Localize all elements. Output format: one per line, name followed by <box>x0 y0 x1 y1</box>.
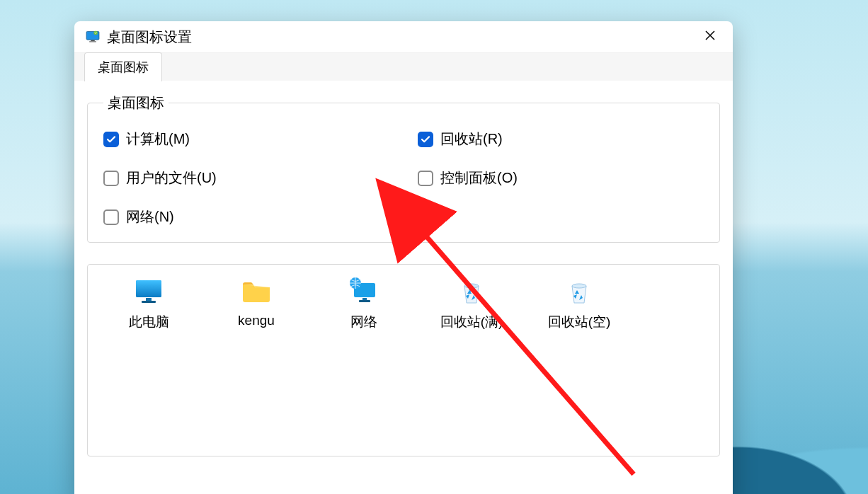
tab-strip: 桌面图标 <box>74 52 733 81</box>
group-legend: 桌面图标 <box>103 93 169 113</box>
close-icon <box>705 30 715 43</box>
checkbox-label: 回收站(R) <box>440 130 503 149</box>
folder-icon <box>239 275 273 309</box>
desktop-icons-group: 桌面图标 计算机(M) 回收站(R) <box>87 93 720 243</box>
dialog-title: 桌面图标设置 <box>107 28 192 47</box>
preview-label: kengu <box>238 313 275 328</box>
svg-rect-11 <box>359 300 370 302</box>
preview-item-this-pc[interactable]: 此电脑 <box>95 275 202 446</box>
preview-label: 回收站(空) <box>548 313 611 331</box>
checkbox-label: 用户的文件(U) <box>126 168 217 188</box>
close-button[interactable] <box>695 25 726 48</box>
checkbox-user-files[interactable]: 用户的文件(U) <box>103 168 389 188</box>
display-settings-icon <box>84 28 101 45</box>
checkbox-icon <box>418 132 433 147</box>
recycle-bin-full-icon <box>455 275 489 309</box>
svg-rect-8 <box>142 301 156 303</box>
desktop-icon-settings-dialog: 桌面图标设置 桌面图标 桌面图标 计算机(M) <box>74 21 733 494</box>
svg-point-14 <box>572 284 586 288</box>
titlebar: 桌面图标设置 <box>74 21 733 52</box>
icon-preview-panel: 此电脑 kengu <box>87 264 720 456</box>
svg-rect-7 <box>146 298 152 301</box>
svg-rect-3 <box>89 41 96 42</box>
preview-item-network[interactable]: 网络 <box>310 275 418 446</box>
preview-label: 回收站(满) <box>440 313 503 331</box>
this-pc-icon <box>132 275 166 309</box>
desktop-background: 桌面图标设置 桌面图标 桌面图标 计算机(M) <box>0 0 868 494</box>
preview-item-recycle-empty[interactable]: 回收站(空) <box>525 275 633 446</box>
preview-item-recycle-full[interactable]: 回收站(满) <box>418 275 525 446</box>
checkbox-network[interactable]: 网络(N) <box>103 207 389 226</box>
preview-label: 网络 <box>350 313 377 331</box>
preview-label: 此电脑 <box>129 313 169 331</box>
tab-body: 桌面图标 计算机(M) 回收站(R) <box>74 81 733 494</box>
checkbox-icon <box>103 171 119 186</box>
recycle-bin-empty-icon <box>562 275 596 309</box>
checkbox-label: 控制面板(O) <box>440 168 518 188</box>
network-icon <box>347 275 381 309</box>
svg-rect-6 <box>136 280 161 297</box>
preview-item-user-folder[interactable]: kengu <box>202 275 310 446</box>
checkbox-icon <box>103 132 119 147</box>
checkbox-label: 网络(N) <box>126 207 174 226</box>
svg-rect-10 <box>362 298 367 300</box>
checkbox-recycle-bin[interactable]: 回收站(R) <box>418 130 704 149</box>
checkbox-control-panel[interactable]: 控制面板(O) <box>418 168 704 188</box>
checkbox-icon <box>418 171 433 186</box>
checkbox-label: 计算机(M) <box>126 130 190 149</box>
tab-desktop-icons[interactable]: 桌面图标 <box>84 52 162 81</box>
checkbox-computer[interactable]: 计算机(M) <box>103 130 389 149</box>
checkbox-icon <box>103 209 119 225</box>
svg-rect-2 <box>91 40 95 41</box>
